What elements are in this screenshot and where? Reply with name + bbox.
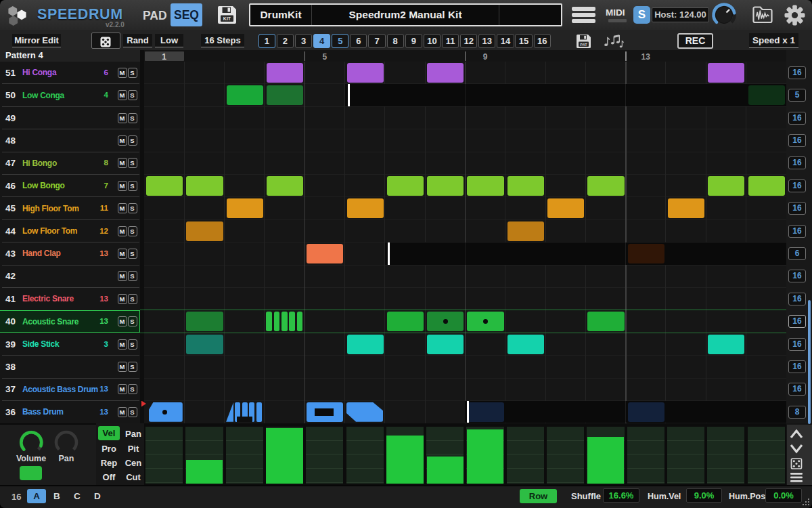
svg-text:PAT: PAT [580,43,587,47]
svg-text:KIT: KIT [223,16,231,21]
